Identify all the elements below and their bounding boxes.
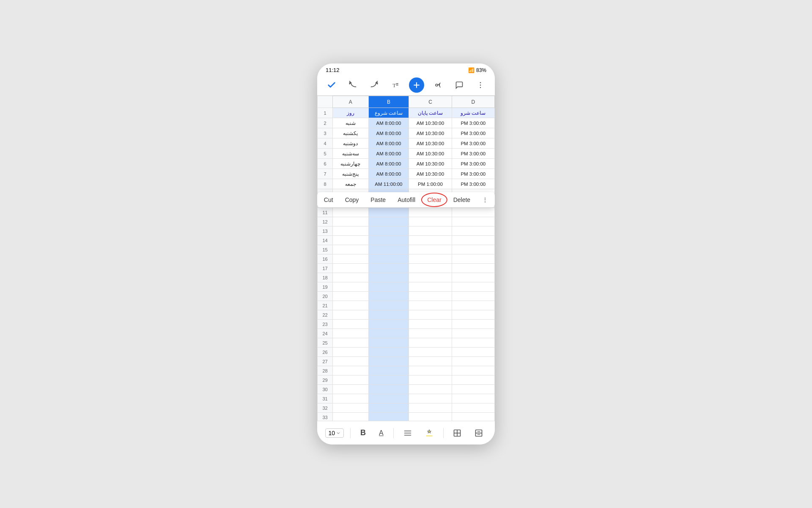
cell-a30[interactable]	[333, 385, 368, 394]
cell-c5[interactable]: 10:30:00 AM	[409, 149, 452, 159]
cell-b20[interactable]	[368, 292, 409, 301]
cell-a15[interactable]	[333, 245, 368, 254]
cell-a19[interactable]	[333, 282, 368, 292]
cell-d30[interactable]	[452, 385, 494, 394]
cell-c15[interactable]	[409, 245, 452, 254]
cell-a21[interactable]	[333, 301, 368, 310]
cell-c13[interactable]	[409, 226, 452, 236]
cell-b3[interactable]: 8:00:00 AM	[368, 128, 409, 138]
cell-d8[interactable]: 3:00:00 PM	[452, 179, 494, 189]
cell-a32[interactable]	[333, 403, 368, 413]
cell-a17[interactable]	[333, 264, 368, 273]
cell-b28[interactable]	[368, 366, 409, 375]
cell-a31[interactable]	[333, 394, 368, 403]
col-header-a[interactable]: A	[333, 96, 368, 108]
cell-a1[interactable]: روز	[333, 108, 368, 118]
cell-a4[interactable]: دوشنبه	[333, 138, 368, 149]
cell-b31[interactable]	[368, 394, 409, 403]
cell-b25[interactable]	[368, 338, 409, 348]
cell-d20[interactable]	[452, 292, 494, 301]
cell-c18[interactable]	[409, 273, 452, 282]
cell-a28[interactable]	[333, 366, 368, 375]
cell-a20[interactable]	[333, 292, 368, 301]
cell-c17[interactable]	[409, 264, 452, 273]
cell-c22[interactable]	[409, 310, 452, 320]
cell-a29[interactable]	[333, 375, 368, 385]
cell-b11[interactable]	[368, 208, 409, 217]
cell-c11[interactable]	[409, 208, 452, 217]
cell-b26[interactable]	[368, 348, 409, 357]
cell-d18[interactable]	[452, 273, 494, 282]
bold-button[interactable]: B	[357, 427, 369, 439]
cell-a7[interactable]: پنج‌شنبه	[333, 169, 368, 179]
cell-d25[interactable]	[452, 338, 494, 348]
cell-a3[interactable]: یکشنبه	[333, 128, 368, 138]
cell-a8[interactable]: جمعه	[333, 179, 368, 189]
cell-d29[interactable]	[452, 375, 494, 385]
cell-b6[interactable]: 8:00:00 AM	[368, 159, 409, 169]
cell-b2[interactable]: 8:00:00 AM	[368, 118, 409, 128]
align-button[interactable]	[400, 427, 415, 439]
cell-d33[interactable]	[452, 413, 494, 421]
copy-button[interactable]: Copy	[339, 192, 365, 207]
comment-button[interactable]	[452, 77, 467, 93]
cell-c8[interactable]: 1:00:00 PM	[409, 179, 452, 189]
cell-b17[interactable]	[368, 264, 409, 273]
cell-d17[interactable]	[452, 264, 494, 273]
cell-c27[interactable]	[409, 357, 452, 366]
context-more-button[interactable]: ⋮	[476, 192, 494, 207]
cell-c26[interactable]	[409, 348, 452, 357]
cell-a11[interactable]	[333, 208, 368, 217]
cell-b21[interactable]	[368, 301, 409, 310]
cell-a18[interactable]	[333, 273, 368, 282]
cell-b1[interactable]: ساعت شروع	[368, 108, 409, 118]
cell-a16[interactable]	[333, 254, 368, 264]
cell-d19[interactable]	[452, 282, 494, 292]
undo-button[interactable]	[345, 77, 360, 93]
cell-d7[interactable]: 3:00:00 PM	[452, 169, 494, 179]
paste-button[interactable]: Paste	[365, 192, 392, 207]
cell-b19[interactable]	[368, 282, 409, 292]
cell-d11[interactable]	[452, 208, 494, 217]
cell-b27[interactable]	[368, 357, 409, 366]
cell-a22[interactable]	[333, 310, 368, 320]
cell-d5[interactable]: 3:00:00 PM	[452, 149, 494, 159]
border-button[interactable]	[450, 427, 465, 439]
check-button[interactable]	[324, 77, 339, 93]
cell-a6[interactable]: چهارشنبه	[333, 159, 368, 169]
cell-b32[interactable]	[368, 403, 409, 413]
cell-a33[interactable]	[333, 413, 368, 421]
cell-b12[interactable]	[368, 217, 409, 226]
cell-b24[interactable]	[368, 329, 409, 338]
cell-c7[interactable]: 10:30:00 AM	[409, 169, 452, 179]
cell-a13[interactable]	[333, 226, 368, 236]
cell-d14[interactable]	[452, 236, 494, 245]
cell-b23[interactable]	[368, 320, 409, 329]
cell-a24[interactable]	[333, 329, 368, 338]
autofill-button[interactable]: Autofill	[392, 192, 421, 207]
cell-c1[interactable]: ساعت پایان	[409, 108, 452, 118]
cell-d24[interactable]	[452, 329, 494, 338]
cell-b33[interactable]	[368, 413, 409, 421]
cell-c20[interactable]	[409, 292, 452, 301]
col-header-b[interactable]: B	[368, 96, 409, 108]
add-button[interactable]	[409, 77, 424, 93]
share-button[interactable]	[430, 77, 445, 93]
cell-b15[interactable]	[368, 245, 409, 254]
cell-a14[interactable]	[333, 236, 368, 245]
cell-a12[interactable]	[333, 217, 368, 226]
cell-d12[interactable]	[452, 217, 494, 226]
cell-d15[interactable]	[452, 245, 494, 254]
text-format-button[interactable]: T	[388, 77, 403, 93]
cell-d21[interactable]	[452, 301, 494, 310]
cell-b8[interactable]: 11:00:00 AM	[368, 179, 409, 189]
cell-b13[interactable]	[368, 226, 409, 236]
cell-d4[interactable]: 3:00:00 PM	[452, 138, 494, 149]
cell-d22[interactable]	[452, 310, 494, 320]
cell-a26[interactable]	[333, 348, 368, 357]
cell-c29[interactable]	[409, 375, 452, 385]
cell-c24[interactable]	[409, 329, 452, 338]
cell-d32[interactable]	[452, 403, 494, 413]
cell-c2[interactable]: 10:30:00 AM	[409, 118, 452, 128]
cell-d26[interactable]	[452, 348, 494, 357]
